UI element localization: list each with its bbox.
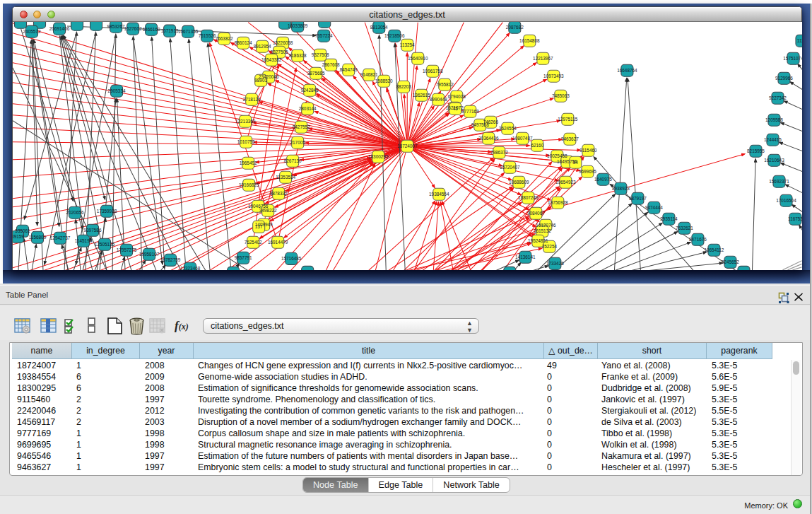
svg-text:1965492: 1965492 bbox=[240, 160, 257, 165]
svg-text:3624554: 3624554 bbox=[499, 126, 517, 131]
svg-text:16120746: 16120746 bbox=[536, 223, 556, 228]
svg-text:18724007: 18724007 bbox=[397, 144, 418, 148]
svg-text:7485063: 7485063 bbox=[552, 93, 570, 98]
svg-text:7632621: 7632621 bbox=[676, 226, 693, 230]
svg-text:10025458: 10025458 bbox=[547, 153, 567, 158]
svg-text:12975115: 12975115 bbox=[558, 117, 577, 122]
svg-text:9129966: 9129966 bbox=[775, 76, 793, 81]
svg-text:1588520: 1588520 bbox=[375, 78, 393, 83]
svg-text:9327505: 9327505 bbox=[271, 49, 288, 54]
svg-text:8186328: 8186328 bbox=[289, 53, 307, 58]
svg-text:1362615: 1362615 bbox=[413, 93, 430, 98]
svg-text:10807487: 10807487 bbox=[512, 136, 533, 141]
svg-text:12942737: 12942737 bbox=[50, 235, 71, 240]
svg-text:1640975: 1640975 bbox=[594, 177, 612, 182]
svg-text:8912954: 8912954 bbox=[254, 44, 271, 49]
svg-text:1209588: 1209588 bbox=[765, 117, 783, 122]
svg-text:9853267: 9853267 bbox=[107, 24, 125, 29]
svg-text:113254: 113254 bbox=[400, 42, 415, 47]
svg-text:9857791: 9857791 bbox=[235, 255, 252, 260]
svg-text:12213967: 12213967 bbox=[533, 56, 553, 61]
svg-text:1244415: 1244415 bbox=[764, 137, 782, 142]
svg-text:3875685: 3875685 bbox=[307, 71, 325, 76]
svg-text:19166825: 19166825 bbox=[239, 182, 259, 187]
svg-text:45: 45 bbox=[453, 106, 459, 111]
svg-text:10958107: 10958107 bbox=[139, 252, 160, 257]
svg-text:15751074: 15751074 bbox=[783, 56, 802, 61]
svg-text:9245652: 9245652 bbox=[722, 259, 739, 264]
svg-text:9777169: 9777169 bbox=[461, 109, 479, 114]
svg-text:62160: 62160 bbox=[531, 143, 543, 148]
svg-text:924503: 924503 bbox=[736, 269, 752, 270]
svg-text:1145194: 1145194 bbox=[75, 238, 93, 243]
svg-text:9242848: 9242848 bbox=[301, 88, 319, 93]
svg-text:1112: 1112 bbox=[797, 38, 802, 43]
svg-text:2405572: 2405572 bbox=[23, 29, 41, 34]
svg-text:17016504: 17016504 bbox=[776, 198, 796, 203]
svg-text:16543382: 16543382 bbox=[261, 57, 282, 62]
svg-text:2087682: 2087682 bbox=[506, 25, 524, 30]
svg-text:98901: 98901 bbox=[254, 78, 267, 83]
svg-text:254012: 254012 bbox=[300, 269, 316, 270]
svg-text:9084067: 9084067 bbox=[527, 211, 545, 216]
svg-text:8860124: 8860124 bbox=[235, 40, 252, 45]
svg-text:10654112: 10654112 bbox=[704, 247, 724, 252]
svg-text:7515526: 7515526 bbox=[199, 33, 216, 38]
svg-text:17359928: 17359928 bbox=[97, 209, 117, 214]
svg-text:8878332: 8878332 bbox=[270, 191, 288, 196]
svg-text:2867608: 2867608 bbox=[322, 62, 340, 67]
svg-text:10688609: 10688609 bbox=[509, 180, 529, 185]
svg-text:7357224: 7357224 bbox=[315, 33, 333, 38]
svg-text:9115460: 9115460 bbox=[579, 148, 597, 153]
svg-text:8813054: 8813054 bbox=[370, 25, 388, 30]
svg-text:14136141: 14136141 bbox=[515, 255, 536, 259]
svg-text:19654923: 19654923 bbox=[555, 180, 576, 185]
svg-text:116753: 116753 bbox=[788, 216, 802, 221]
svg-text:16033809: 16033809 bbox=[288, 23, 308, 28]
svg-text:3498222: 3498222 bbox=[259, 208, 277, 213]
svg-text:17957275: 17957275 bbox=[117, 247, 137, 252]
svg-text:15692371: 15692371 bbox=[769, 179, 789, 184]
svg-text:9146821: 9146821 bbox=[360, 72, 378, 77]
svg-text:2935114: 2935114 bbox=[660, 216, 678, 221]
svg-text:1527602: 1527602 bbox=[124, 26, 142, 31]
svg-text:252254: 252254 bbox=[542, 244, 558, 249]
svg-text:19218506: 19218506 bbox=[384, 33, 405, 38]
svg-text:2020656: 2020656 bbox=[66, 210, 84, 215]
svg-text:8938923: 8938923 bbox=[612, 186, 630, 191]
svg-text:16914479: 16914479 bbox=[268, 240, 288, 245]
svg-text:882203: 882203 bbox=[396, 84, 412, 89]
svg-text:94: 94 bbox=[573, 160, 579, 165]
svg-text:7955812: 7955812 bbox=[436, 82, 454, 87]
svg-text:1010755: 1010755 bbox=[237, 139, 255, 144]
svg-text:9397586: 9397586 bbox=[84, 228, 102, 233]
svg-text:9227342: 9227342 bbox=[769, 95, 787, 100]
svg-text:16782759: 16782759 bbox=[160, 257, 181, 262]
svg-text:2803144: 2803144 bbox=[299, 106, 317, 111]
svg-text:137: 137 bbox=[255, 224, 263, 229]
svg-text:15226058: 15226058 bbox=[273, 40, 293, 45]
svg-text:16154808: 16154808 bbox=[519, 38, 540, 43]
svg-text:8427552: 8427552 bbox=[293, 124, 310, 129]
svg-text:15720407: 15720407 bbox=[500, 165, 520, 170]
svg-text:18300295: 18300295 bbox=[368, 154, 389, 159]
svg-text:19756928: 19756928 bbox=[548, 200, 568, 205]
svg-text:1733426: 1733426 bbox=[546, 261, 564, 266]
svg-text:217005: 217005 bbox=[290, 140, 306, 145]
svg-text:8215955: 8215955 bbox=[747, 148, 765, 153]
svg-text:10973493: 10973493 bbox=[543, 74, 564, 78]
svg-text:12505135: 12505135 bbox=[95, 242, 115, 247]
svg-text:8267130: 8267130 bbox=[284, 158, 302, 163]
svg-text:1156809: 1156809 bbox=[29, 235, 47, 240]
svg-text:20691406: 20691406 bbox=[49, 26, 70, 31]
svg-text:16210643: 16210643 bbox=[764, 158, 784, 163]
svg-text:7663822: 7663822 bbox=[216, 36, 233, 41]
svg-text:19384554: 19384554 bbox=[429, 192, 449, 197]
svg-text:746266: 746266 bbox=[483, 119, 499, 124]
svg-text:18807249: 18807249 bbox=[518, 195, 539, 200]
svg-text:9327508: 9327508 bbox=[312, 52, 329, 57]
svg-text:15640910: 15640910 bbox=[408, 56, 428, 61]
svg-text:8454749: 8454749 bbox=[340, 67, 358, 72]
svg-text:20364436: 20364436 bbox=[478, 136, 499, 141]
svg-text:19524851: 19524851 bbox=[528, 238, 548, 243]
